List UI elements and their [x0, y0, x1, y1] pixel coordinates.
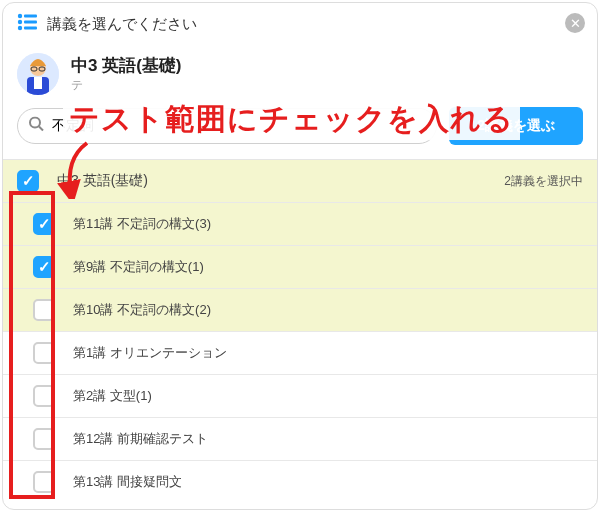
lecture-checkbox[interactable]: [33, 385, 55, 407]
lecture-checkbox[interactable]: [33, 256, 55, 278]
lecture-label: 第10講 不定詞の構文(2): [73, 301, 211, 319]
lecture-label: 第11講 不定詞の構文(3): [73, 215, 211, 233]
close-icon: ✕: [570, 16, 581, 31]
lecture-label: 第2講 文型(1): [73, 387, 152, 405]
group-checkbox[interactable]: [17, 170, 39, 192]
svg-point-0: [18, 14, 22, 18]
lecture-label: 第13講 間接疑問文: [73, 473, 182, 491]
teacher-avatar: [17, 53, 59, 95]
lecture-group-row[interactable]: 中3 英語(基礎) 2講義を選択中: [3, 160, 597, 203]
lecture-row[interactable]: 第1講 オリエンテーション: [3, 332, 597, 375]
svg-rect-5: [24, 27, 37, 30]
modal-title: 講義を選んでください: [47, 15, 197, 34]
lecture-label: 第12講 前期確認テスト: [73, 430, 208, 448]
lecture-checkbox[interactable]: [33, 471, 55, 493]
list-icon: [17, 13, 37, 35]
lecture-checkbox[interactable]: [33, 299, 55, 321]
lecture-row[interactable]: 第13講 間接疑問文: [3, 461, 597, 499]
lecture-row[interactable]: 第12講 前期確認テスト: [3, 418, 597, 461]
lecture-row[interactable]: 第10講 不定詞の構文(2): [3, 289, 597, 332]
group-label: 中3 英語(基礎): [57, 172, 148, 190]
svg-point-4: [18, 26, 22, 30]
course-title: 中3 英語(基礎): [71, 54, 182, 77]
search-icon: [29, 117, 44, 136]
lecture-checkbox[interactable]: [33, 428, 55, 450]
course-subtitle: テ: [71, 77, 182, 94]
lecture-checkbox[interactable]: [33, 342, 55, 364]
svg-rect-9: [34, 77, 42, 89]
svg-line-13: [39, 127, 43, 131]
lecture-row[interactable]: 第2講 文型(1): [3, 375, 597, 418]
svg-rect-1: [24, 15, 37, 18]
group-status: 2講義を選択中: [504, 173, 583, 190]
lecture-row[interactable]: 第9講 不定詞の構文(1): [3, 246, 597, 289]
lecture-row[interactable]: 第11講 不定詞の構文(3): [3, 203, 597, 246]
annotation-text: テスト範囲にチェックを入れる: [63, 99, 520, 140]
lecture-checkbox[interactable]: [33, 213, 55, 235]
lecture-label: 第1講 オリエンテーション: [73, 344, 227, 362]
svg-rect-3: [24, 21, 37, 24]
close-button[interactable]: ✕: [565, 13, 585, 33]
svg-point-2: [18, 20, 22, 24]
lecture-list: 中3 英語(基礎) 2講義を選択中 第11講 不定詞の構文(3)第9講 不定詞の…: [3, 159, 597, 499]
course-header: 中3 英語(基礎) テ: [3, 45, 597, 99]
lecture-label: 第9講 不定詞の構文(1): [73, 258, 204, 276]
svg-point-12: [30, 118, 40, 128]
select-lectures-modal: 講義を選んでください ✕ 中3 英語(基礎) テ テスト範囲にチェックを入れる …: [2, 2, 598, 510]
modal-header: 講義を選んでください: [3, 3, 597, 45]
